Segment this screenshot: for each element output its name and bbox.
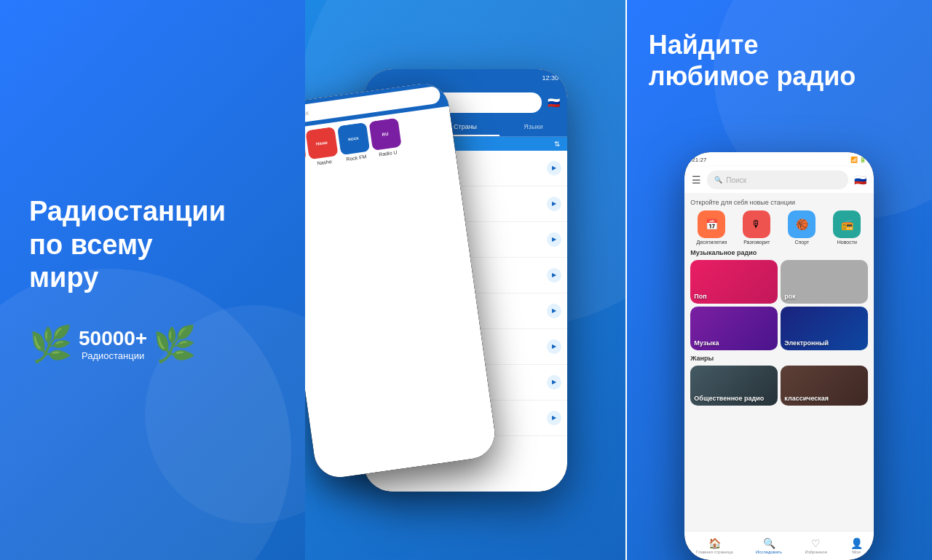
play-button[interactable]: ▶ xyxy=(547,339,561,354)
rp-time: 21:27 xyxy=(692,157,706,163)
discover-text: Откройте для себя новые станции xyxy=(690,199,868,206)
status-bar: 12:30 xyxy=(363,69,567,87)
laurel-right-icon: 🌿 xyxy=(153,324,197,365)
left-section: Радиостанциипо всемумиру 🌿 50000+ Радиос… xyxy=(0,0,305,560)
right-phone-frame: 21:27 📶 🔋 ☰ 🔍 Поиск 🇷🇺 Откройте для себя… xyxy=(684,152,874,560)
left-title: Радиостанциипо всемумиру xyxy=(29,195,276,295)
play-button[interactable]: ▶ xyxy=(547,304,561,318)
rp-hamburger-icon[interactable]: ☰ xyxy=(692,174,701,186)
right-phone-container: 21:27 📶 🔋 ☰ 🔍 Поиск 🇷🇺 Откройте для себя… xyxy=(627,106,932,560)
badge-label: Радиостанции xyxy=(79,350,147,361)
explore-icon: 🔍 xyxy=(763,537,775,549)
badge-area: 🌿 50000+ Радиостанции 🌿 xyxy=(29,324,276,365)
talk-icon: 🎙 xyxy=(743,210,770,238)
flag-icon: 🇷🇺 xyxy=(548,97,560,109)
play-button[interactable]: ▶ xyxy=(547,411,561,425)
genre-card-public[interactable]: Общественное радио xyxy=(690,366,778,406)
category-item-decades[interactable]: 📅 Десятилетия xyxy=(690,210,732,245)
pop-label: Поп xyxy=(694,293,706,300)
sport-icon: 🏀 xyxy=(788,210,816,238)
station-logo: RU xyxy=(369,117,402,150)
secondary-station[interactable]: RU Radio U xyxy=(369,117,403,157)
favorites-icon: ♡ xyxy=(811,537,821,549)
music-card-music[interactable]: Музыка xyxy=(690,307,778,350)
genre-section-title: Жанры xyxy=(690,355,868,362)
bottom-navigation: 🏠 Главная страница 🔍 Исследовать ♡ Избра… xyxy=(684,531,874,560)
station-name: Radio U xyxy=(379,149,398,157)
secondary-station[interactable]: Наше Nashe xyxy=(306,126,340,166)
right-phone-screen: 21:27 📶 🔋 ☰ 🔍 Поиск 🇷🇺 Откройте для себя… xyxy=(684,152,874,560)
rp-search-box[interactable]: 🔍 Поиск xyxy=(707,170,848,189)
decades-icon: 📅 xyxy=(698,210,725,238)
tab-languages[interactable]: Языки xyxy=(499,119,567,136)
status-time: 12:30 xyxy=(542,74,559,82)
music-grid: Поп рок Музыка Электронный xyxy=(690,260,868,350)
news-label: Новости xyxy=(837,240,857,245)
rp-icons: 📶 🔋 xyxy=(850,157,866,163)
music-section-title: Музыкальное радио xyxy=(690,249,868,256)
station-logo: Наше xyxy=(306,126,339,159)
public-radio-label: Общественное радио xyxy=(694,395,764,402)
news-icon: 📻 xyxy=(833,210,861,238)
secondary-station[interactable]: ROCK Rock FM xyxy=(337,122,371,162)
category-item-sport[interactable]: 🏀 Спорт xyxy=(781,210,823,245)
nav-home[interactable]: 🏠 Главная страница xyxy=(696,537,732,554)
genre-grid: Общественное радио классическая xyxy=(690,366,868,406)
right-title: Найдителюбимое радио xyxy=(627,0,932,106)
music-card-pop[interactable]: Поп xyxy=(690,260,778,304)
rp-search-icon: 🔍 xyxy=(714,176,722,184)
badge-count: 50000+ xyxy=(79,327,147,350)
nav-explore-label: Исследовать xyxy=(756,550,782,554)
home-icon: 🏠 xyxy=(708,537,721,549)
station-name: Rock FM xyxy=(346,154,367,162)
nav-favorites-label: Избранное xyxy=(805,550,827,554)
rock-label: рок xyxy=(784,293,796,300)
talk-label: Разговорит xyxy=(743,240,770,245)
rp-header: ☰ 🔍 Поиск 🇷🇺 xyxy=(684,167,874,193)
play-button[interactable]: ▶ xyxy=(547,268,561,283)
classical-label: классическая xyxy=(784,395,829,402)
rp-search-placeholder: Поиск xyxy=(726,176,746,184)
middle-section: 12:30 ☰ 🔍 Поиск 🇷🇺 Рекомендовать Страны … xyxy=(305,0,625,560)
decades-label: Десятилетия xyxy=(696,240,727,245)
search-text: Поиск xyxy=(305,109,309,118)
category-grid: 📅 Десятилетия 🎙 Разговорит 🏀 Спорт xyxy=(690,210,868,245)
rp-status-bar: 21:27 📶 🔋 xyxy=(684,152,874,167)
right-section: Найдителюбимое радио 21:27 📶 🔋 ☰ 🔍 Поиск… xyxy=(627,0,932,560)
nav-home-label: Главная страница xyxy=(696,550,732,554)
profile-icon: 👤 xyxy=(850,537,863,549)
electronic-label: Электронный xyxy=(784,339,829,347)
sport-label: Спорт xyxy=(795,240,810,245)
nav-profile[interactable]: 👤 Мои xyxy=(850,537,863,554)
genre-card-classical[interactable]: классическая xyxy=(781,366,868,406)
laurel-left-icon: 🌿 xyxy=(29,324,73,365)
rp-flag-icon: 🇷🇺 xyxy=(854,174,866,186)
nav-explore[interactable]: 🔍 Исследовать xyxy=(756,537,782,554)
play-button[interactable]: ▶ xyxy=(547,232,561,247)
play-button[interactable]: ▶ xyxy=(547,375,561,390)
nav-favorites[interactable]: ♡ Избранное xyxy=(805,537,827,554)
badge-text: 50000+ Радиостанции xyxy=(79,327,147,361)
music-card-electronic[interactable]: Электронный xyxy=(781,307,868,350)
category-item-talk[interactable]: 🎙 Разговорит xyxy=(735,210,778,245)
play-button[interactable]: ▶ xyxy=(547,161,561,176)
filter-sort[interactable]: ⇅ xyxy=(554,140,560,148)
nav-profile-label: Мои xyxy=(852,550,861,554)
category-item-news[interactable]: 📻 Новости xyxy=(826,210,868,245)
music-label: Музыка xyxy=(694,339,719,347)
play-button[interactable]: ▶ xyxy=(547,197,561,211)
music-card-rock[interactable]: рок xyxy=(781,260,868,304)
rp-content: Откройте для себя новые станции 📅 Десяти… xyxy=(684,193,874,531)
station-logo: ROCK xyxy=(337,122,370,154)
station-name: Nashe xyxy=(317,158,333,165)
